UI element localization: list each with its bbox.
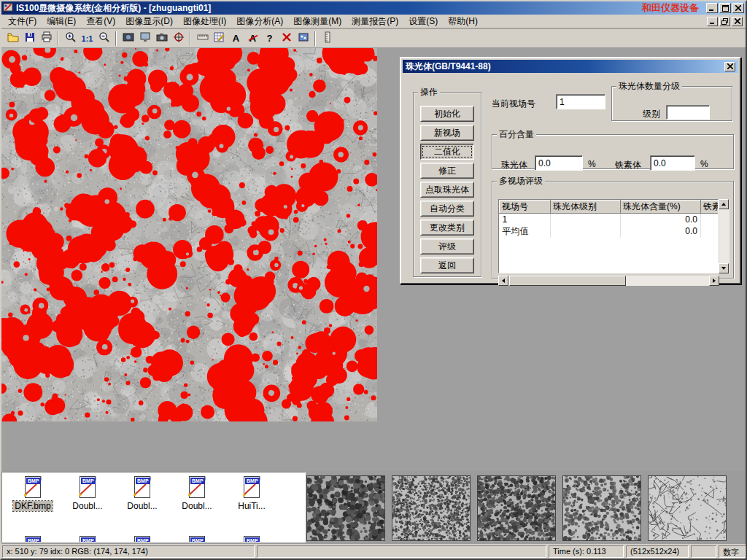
child-minimize-button[interactable] [707,17,718,26]
dialog-title: 珠光体(GB/T9441-88) [406,61,491,73]
menu-image-analysis[interactable]: 图像分析(A) [231,15,288,28]
child-restore-button[interactable] [719,17,730,26]
bmp-file-icon: BMP [131,535,154,542]
caliper-button[interactable] [194,31,211,47]
close-button[interactable] [732,3,744,13]
delete-annotation-button[interactable] [278,31,295,47]
grade-label: 级别 [643,108,660,120]
scroll-up-button[interactable] [719,199,729,209]
col-pearlite-content[interactable]: 珠光体含量(%) [621,201,701,214]
pearlite-percent-sign: % [588,159,596,169]
menu-image-measure[interactable]: 图像测量(M) [288,15,347,28]
scrollbar-thumb[interactable] [509,276,626,286]
initialize-button[interactable]: 初始化 [420,106,474,122]
file-item-partial[interactable]: BMP [171,535,223,542]
bmp-file-icon: BMP [240,535,263,542]
text-annotation-button[interactable]: A [228,31,244,47]
window-title: IS100显微摄像系统(金相分析版) - [zhuguangti01] [16,2,211,15]
pearlite-percent-input[interactable] [535,155,583,171]
capture-button[interactable] [120,31,136,47]
scroll-left-button[interactable] [498,276,508,286]
child-close-button[interactable] [732,17,743,26]
rating-table[interactable]: 视场号 珠光体级别 珠光体含量(%) 铁素 1 0.0 平均值 0.0 [498,199,719,273]
printer-icon [41,31,53,45]
file-name: DKF.bmp [13,501,52,511]
pick-pearlite-button[interactable]: 点取珠光体 [420,182,474,198]
file-item-doubl1[interactable]: BMP Doubl... [61,475,114,522]
live-video-button[interactable] [136,31,153,47]
change-class-button[interactable]: 更改类别 [420,219,474,236]
scroll-down-button[interactable] [719,263,729,273]
table-horizontal-scrollbar[interactable] [498,276,719,286]
preview-thumbnail[interactable] [648,475,727,541]
zoom-in-button[interactable] [62,31,79,47]
pen-icon [77,480,96,497]
font-style-button[interactable]: A [244,31,261,47]
file-item-dkf[interactable]: BMP DKF.bmp [7,475,59,522]
preview-thumbnail[interactable] [477,475,556,541]
menu-view[interactable]: 查看(V) [81,15,120,28]
col-pearlite-grade[interactable]: 珠光体级别 [551,201,621,214]
file-item-huiti[interactable]: BMP HuiTi... [225,475,278,522]
ruler-button[interactable] [319,31,336,47]
grid-measure-button[interactable] [211,31,228,47]
menu-measure-report[interactable]: 测量报告(P) [347,15,403,28]
maximize-button[interactable] [719,3,731,13]
minimize-button[interactable] [706,3,718,13]
current-field-input[interactable] [556,94,605,109]
menu-settings[interactable]: 设置(S) [403,15,443,28]
status-extra-panel [691,545,716,558]
file-item-partial[interactable]: BMP [61,535,114,542]
arrow-up-icon [721,203,726,206]
print-button[interactable] [38,31,55,47]
window-titlebar: IS100显微摄像系统(金相分析版) - [zhuguangti01] 和田仪器… [1,1,746,15]
grid-pencil-icon [214,31,225,45]
table-vertical-scrollbar[interactable] [719,199,729,273]
correct-button[interactable]: 修正 [420,163,474,179]
preview-thumbnail[interactable] [306,475,385,541]
operation-group-label: 操作 [418,86,440,98]
toolbar: 1:1 A A ? [1,29,746,48]
crosshair-button[interactable] [170,31,187,47]
file-item-partial[interactable]: BMP [7,535,59,542]
file-item-doubl3[interactable]: BMP Doubl... [171,475,223,522]
open-button[interactable] [4,31,21,47]
scroll-right-button[interactable] [709,276,719,286]
grade-input[interactable] [666,105,710,120]
col-ferrite[interactable]: 铁素 [701,201,719,214]
save-button[interactable] [21,31,38,47]
file-item-doubl2[interactable]: BMP Doubl... [116,475,169,522]
menu-image-display[interactable]: 图像显示(D) [120,15,178,28]
rate-button[interactable]: 评级 [420,238,474,254]
micrograph-image[interactable] [1,48,377,421]
bmp-file-icon: BMP [185,475,209,500]
table-row[interactable]: 平均值 0.0 [500,225,719,238]
auto-classify-button[interactable]: 自动分类 [420,201,474,217]
col-field-number[interactable]: 视场号 [500,201,551,214]
menu-image-processing[interactable]: 图像处理(I) [178,15,231,28]
file-name: Doubl... [180,501,213,511]
dialog-titlebar[interactable]: 珠光体(GB/T9441-88) [403,60,738,73]
palette-button[interactable] [295,31,311,47]
zoom-out-button[interactable] [96,31,112,47]
preview-thumbnail[interactable] [392,475,471,541]
camera-icon [156,31,168,45]
menu-edit[interactable]: 编辑(E) [42,15,81,28]
new-field-button[interactable]: 新视场 [420,125,474,141]
status-bar: x: 510 y: 79 idx: 0 RGB: (174, 174, 174)… [1,544,746,559]
mode-panel: 数字 [719,545,746,558]
help-icon: ? [267,33,273,44]
menu-file[interactable]: 文件(F) [3,15,42,28]
file-item-partial[interactable]: BMP [225,535,278,542]
camera-button[interactable] [153,31,170,47]
actual-size-button[interactable]: 1:1 [79,31,96,47]
binarize-button[interactable]: 二值化 [420,144,474,160]
table-row[interactable]: 1 0.0 [500,214,719,225]
dialog-close-button[interactable] [724,62,735,71]
help-button[interactable]: ? [261,31,278,47]
return-button[interactable]: 返回 [420,257,474,273]
ferrite-percent-input[interactable] [650,155,695,171]
preview-thumbnail[interactable] [562,475,641,541]
menu-help[interactable]: 帮助(H) [443,15,483,28]
file-item-partial[interactable]: BMP [116,535,169,542]
